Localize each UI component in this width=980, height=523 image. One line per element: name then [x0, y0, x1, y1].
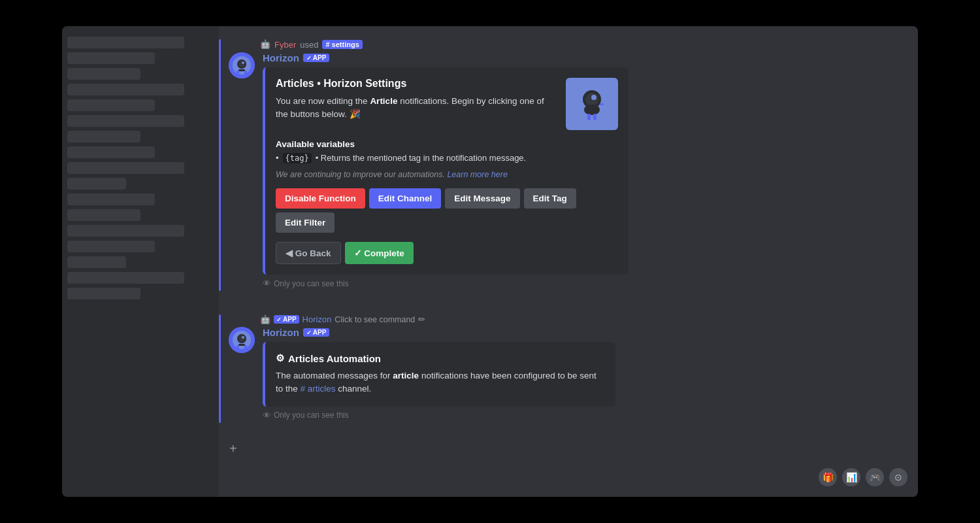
app-badge-sys: ✓ APP: [274, 315, 299, 324]
sidebar-item[interactable]: [67, 288, 140, 299]
sidebar-item[interactable]: [67, 131, 140, 143]
svg-rect-13: [587, 114, 591, 120]
sidebar: [62, 26, 219, 497]
svg-rect-22: [237, 345, 239, 349]
var-code: {tag}: [283, 153, 312, 163]
svg-point-20: [242, 336, 244, 339]
only-you-2: 👁 Only you can see this: [263, 411, 905, 420]
edit-filter-button[interactable]: Edit Filter: [276, 212, 335, 233]
articles-title: ⚙ Articles Automation: [276, 352, 605, 364]
articles-desc-part1: The automated messages for: [276, 371, 393, 380]
edit-channel-button[interactable]: Edit Channel: [369, 188, 442, 209]
message-body-1: Horizon ✓ APP Articles • Horizon Setting…: [263, 52, 905, 288]
system-action: Click to see command: [335, 315, 415, 324]
avatar-1: [229, 52, 255, 78]
svg-rect-23: [244, 345, 247, 349]
emoji-icon-toolbar[interactable]: ⊙: [889, 468, 907, 486]
desc-part1: You are now editing the: [276, 96, 370, 106]
disable-function-button[interactable]: Disable Function: [276, 188, 365, 209]
card-title: Articles • Horizon Settings: [276, 78, 558, 90]
plus-button[interactable]: +: [229, 441, 905, 456]
eye-icon-1: 👁: [263, 278, 271, 288]
avatar-2: [229, 327, 255, 353]
svg-rect-21: [238, 344, 245, 346]
message-block-2: 🤖 ✓ APP Horizon Click to see command ✏: [219, 314, 905, 423]
sidebar-item[interactable]: [67, 37, 184, 48]
message-body-2: Horizon ✓ APP ⚙ Articles Automation: [263, 327, 905, 420]
bot-name-2[interactable]: Horizon: [263, 327, 299, 338]
complete-button[interactable]: ✓ Complete: [345, 242, 414, 264]
sidebar-item[interactable]: [67, 162, 184, 174]
vars-title: Available variables: [276, 139, 618, 149]
only-you-text-1: Only you can see this: [274, 279, 349, 288]
sidebar-item[interactable]: [67, 272, 184, 284]
sidebar-item[interactable]: [67, 178, 126, 190]
gear-icon: ⚙: [276, 352, 284, 364]
embed-card-1: Articles • Horizon Settings You are now …: [263, 67, 629, 275]
sidebar-item[interactable]: [67, 256, 126, 268]
msg-right-2: 🤖 ✓ APP Horizon Click to see command ✏: [226, 314, 905, 423]
message-header-2: Horizon ✓ APP: [263, 327, 905, 338]
svg-point-19: [238, 335, 245, 342]
svg-point-3: [238, 61, 245, 67]
articles-card: ⚙ Articles Automation The automated mess…: [263, 342, 615, 407]
settings-tag: # settings: [322, 40, 362, 49]
gift-icon[interactable]: 🎁: [819, 468, 837, 486]
message-block-1: 🤖 Fyber used # settings: [219, 39, 905, 291]
edit-tag-button[interactable]: Edit Tag: [524, 188, 576, 209]
main-container: 🤖 Fyber used # settings: [219, 26, 918, 497]
message-row-1: Horizon ✓ APP Articles • Horizon Setting…: [229, 52, 905, 288]
vertical-line: [219, 39, 221, 291]
available-vars: Available variables {tag} • Returns the …: [276, 139, 618, 163]
username: Fyber: [274, 40, 296, 50]
sidebar-item[interactable]: [67, 99, 155, 111]
svg-rect-5: [238, 69, 245, 71]
articles-channel: # articles: [301, 384, 336, 394]
bottom-toolbar: 🎁 📊 🎮 ⊙: [819, 468, 907, 486]
only-you-1: 👁 Only you can see this: [263, 278, 905, 288]
message-row-2: Horizon ✓ APP ⚙ Articles Automation: [229, 327, 905, 420]
sidebar-item[interactable]: [67, 52, 155, 64]
card-desc: You are now editing the Article notifica…: [276, 95, 558, 122]
go-back-button[interactable]: ◀ Go Back: [276, 242, 341, 264]
articles-desc-end: channel.: [336, 384, 372, 394]
sidebar-item[interactable]: [67, 209, 140, 221]
sidebar-item[interactable]: [67, 194, 155, 205]
sidebar-item[interactable]: [67, 241, 155, 252]
system-line-2: 🤖 ✓ APP Horizon Click to see command ✏: [229, 314, 905, 324]
edit-icon: ✏: [418, 314, 425, 324]
gamepad-icon[interactable]: 🎮: [866, 468, 884, 486]
system-line-1: 🤖 Fyber used # settings: [229, 39, 905, 50]
svg-point-12: [584, 105, 600, 115]
sidebar-item[interactable]: [67, 84, 184, 95]
svg-rect-6: [237, 71, 239, 75]
learn-more-link[interactable]: Learn more here: [447, 170, 507, 179]
vertical-line-2: [219, 314, 221, 423]
sidebar-item[interactable]: [67, 225, 184, 237]
bot-name-sys: Horizon: [302, 314, 332, 324]
svg-point-4: [242, 61, 244, 64]
bot-name-1[interactable]: Horizon: [263, 52, 299, 63]
learn-more-line: We are continuing to improve our automat…: [276, 170, 618, 179]
card-thumbnail: [566, 78, 618, 130]
chart-icon[interactable]: 📊: [842, 468, 860, 486]
svg-rect-7: [244, 71, 247, 75]
var-desc: • Returns the mentioned tag in the notif…: [316, 153, 527, 163]
svg-point-10: [585, 93, 598, 106]
svg-rect-15: [600, 103, 604, 105]
card-content: Articles • Horizon Settings You are now …: [276, 78, 558, 122]
var-item: {tag} • Returns the mentioned tag in the…: [276, 153, 618, 163]
svg-rect-14: [593, 114, 596, 120]
main-content: 🤖 Fyber used # settings: [219, 26, 918, 497]
msg-right: 🤖 Fyber used # settings: [226, 39, 905, 291]
sidebar-item[interactable]: [67, 68, 140, 80]
sidebar-item[interactable]: [67, 115, 184, 127]
app-icon-2: 🤖: [260, 314, 270, 324]
app-badge-1: ✓ APP: [303, 54, 330, 62]
learn-text: We are continuing to improve our automat…: [276, 170, 445, 179]
action-text: used: [300, 40, 318, 50]
edit-message-button[interactable]: Edit Message: [445, 188, 519, 209]
hash-icon: #: [325, 41, 329, 48]
articles-title-text: Articles Automation: [288, 353, 381, 364]
sidebar-item[interactable]: [67, 146, 155, 158]
